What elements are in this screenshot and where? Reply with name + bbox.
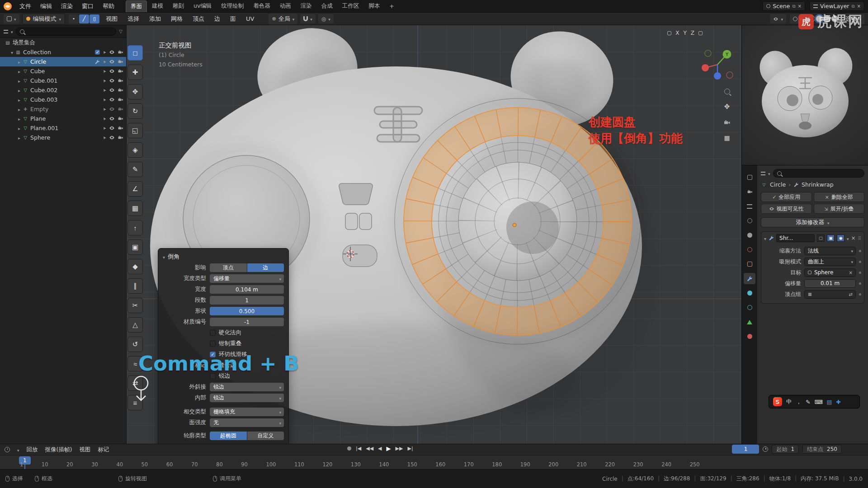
tool-rotate-button[interactable]: ↻ <box>127 103 143 119</box>
selectable-icon[interactable]: ➤ <box>102 59 107 65</box>
outliner-item-plane[interactable]: ▽ Plane ➤ <box>0 114 126 123</box>
tool-measure-button[interactable]: ∠ <box>127 181 143 197</box>
3d-viewport[interactable]: 正交前视图 (1) Circle 10 Centimeters 创建圆盘 使用【… <box>127 25 741 444</box>
bevel-segments-field[interactable]: 1 <box>210 296 284 305</box>
menu-view[interactable]: 视图 <box>79 446 90 454</box>
selectable-icon[interactable]: ➤ <box>102 88 107 93</box>
ime-settings-icon[interactable]: ✚ <box>836 399 840 405</box>
bevel-operator-panel[interactable]: 倒角 影响 顶点 边 宽度类型 偏移量 宽度 0.1 <box>158 248 289 444</box>
workspace-tab-sculpting[interactable]: 雕刻 <box>168 0 189 12</box>
tool-cursor-button[interactable]: ✚ <box>127 65 143 80</box>
harden-normals-checkbox[interactable] <box>210 330 216 336</box>
modifier-extras-dropdown[interactable] <box>847 235 849 242</box>
outliner-item-cube[interactable]: ▽ Cube ➤ <box>0 66 126 76</box>
workspace-tab-scripting[interactable]: 脚本 <box>364 0 384 12</box>
invert-vertex-group-icon[interactable]: ⇄ <box>849 292 853 297</box>
tab-material[interactable] <box>744 331 755 342</box>
outliner-item-cube-002[interactable]: ▽ Cube.002 ➤ <box>0 85 126 95</box>
selectable-icon[interactable]: ➤ <box>102 126 107 131</box>
frame-end-field[interactable]: 结束点 250 <box>802 445 842 454</box>
breadcrumb-modifier[interactable]: Shrinkwrap <box>802 181 834 188</box>
workspace-tab-modeling[interactable]: 建模 <box>147 0 168 12</box>
frame-start-field[interactable]: 起始 1 <box>772 445 799 454</box>
modifier-close-button[interactable] <box>851 235 856 241</box>
profile-custom-button[interactable]: 自定义 <box>247 432 284 440</box>
tool-annotate-button[interactable]: ✎ <box>127 162 143 177</box>
selectable-icon[interactable]: ➤ <box>102 78 107 84</box>
ime-keyboard-icon[interactable]: ⌨ <box>814 399 822 405</box>
profile-superellipse-button[interactable]: 超椭圆 <box>210 432 247 440</box>
snap-mode-icon[interactable] <box>698 31 703 35</box>
snap-target-icon[interactable] <box>667 31 671 35</box>
animate-dot[interactable] <box>859 272 861 274</box>
bevel-width-field[interactable]: 0.104 m <box>210 285 284 294</box>
workspace-tab-compositing[interactable]: 合成 <box>317 0 337 12</box>
modifier-collapse-icon[interactable] <box>764 235 766 242</box>
use-preview-range-icon[interactable] <box>763 446 768 452</box>
properties-search-input[interactable] <box>773 169 864 178</box>
selectable-icon[interactable]: ➤ <box>102 135 107 141</box>
tool-spin-button[interactable]: ↺ <box>127 337 143 352</box>
menu-playback[interactable]: 回放 <box>27 446 38 454</box>
outliner-item-cube-003[interactable]: ▽ Cube.003 ➤ <box>0 95 126 104</box>
target-object-picker[interactable]: Sphere <box>804 268 856 277</box>
previous-keyframe-button[interactable]: ◀◀ <box>366 446 373 451</box>
ime-punctuation-icon[interactable]: ， <box>796 398 802 406</box>
add-modifier-dropdown[interactable]: 添加修改器 <box>761 217 864 227</box>
disclosure-triangle-icon[interactable] <box>18 96 20 103</box>
input-method-toolbar[interactable]: S 中 ， ✎ ⌨ ▤ ✚ <box>769 395 860 408</box>
current-frame-field[interactable]: 1 <box>732 445 759 454</box>
tab-view-layer[interactable] <box>744 215 755 226</box>
workspace-tab-workspace[interactable]: 工作区 <box>338 0 364 12</box>
face-select-button[interactable]: ▯ <box>90 14 99 23</box>
animate-dot[interactable] <box>859 282 861 285</box>
miter-inner-dropdown[interactable]: 锐边 <box>210 394 284 402</box>
pan-hand-icon[interactable]: ✥ <box>724 103 730 111</box>
editor-type-icon[interactable] <box>761 172 765 175</box>
menu-mesh[interactable]: 网格 <box>167 14 186 24</box>
scene-collection-row[interactable]: ▤ 场景集合 <box>0 38 126 47</box>
selectable-icon[interactable]: ➤ <box>102 116 107 122</box>
workspace-tab-uv-editing[interactable]: uv编辑 <box>189 0 216 12</box>
menu-render[interactable]: 渲染 <box>57 1 77 12</box>
clear-target-icon[interactable] <box>849 270 853 275</box>
disclosure-triangle-icon[interactable] <box>18 134 20 141</box>
snap-mode-dropdown[interactable]: 曲面上 <box>804 258 856 266</box>
tool-select-box-button[interactable]: □ <box>127 45 143 61</box>
bevel-shape-slider[interactable]: 0.500 <box>210 307 284 315</box>
menu-add[interactable]: 添加 <box>146 14 165 24</box>
modifier-render-toggle[interactable]: ◉ <box>837 235 844 242</box>
next-keyframe-button[interactable]: ▶▶ <box>396 446 403 451</box>
selectable-icon[interactable]: ➤ <box>102 97 107 103</box>
modifier-realtime-toggle[interactable]: ▣ <box>827 235 835 242</box>
workspace-tab-animation[interactable]: 动画 <box>275 0 296 12</box>
mark-sharp-checkbox[interactable] <box>210 373 216 379</box>
disclosure-triangle-icon[interactable] <box>18 106 20 113</box>
tool-poly-build-button[interactable]: △ <box>127 317 143 333</box>
menu-keying[interactable]: 抠像(插帧) <box>45 446 72 454</box>
outliner-item-circle[interactable]: ▽ Circle ➤ <box>0 57 126 66</box>
collection-checkbox[interactable] <box>95 50 100 55</box>
ime-board-icon[interactable]: ▤ <box>827 399 832 405</box>
menu-window[interactable]: 窗口 <box>78 1 98 12</box>
modifier-editmode-toggle[interactable]: ▢ <box>817 235 825 242</box>
outliner-display-mode-icon[interactable] <box>4 30 8 33</box>
menu-face[interactable]: 面 <box>226 14 240 24</box>
disclosure-triangle-icon[interactable] <box>18 77 20 84</box>
unlink-scene-icon[interactable] <box>798 4 802 9</box>
filter-icon[interactable]: ▽ <box>119 29 123 34</box>
wrap-method-dropdown[interactable]: 法线 <box>804 247 856 255</box>
tool-loop-cut-button[interactable]: ∥ <box>127 278 143 294</box>
tab-output[interactable] <box>744 201 755 212</box>
tab-particles[interactable] <box>744 287 755 299</box>
animate-dot[interactable] <box>859 261 861 263</box>
timeline-ruler[interactable]: 1 110 2030 4050 6070 8090 100110 120130 … <box>0 455 868 469</box>
selectable-icon[interactable]: ➤ <box>102 50 107 55</box>
miter-outer-dropdown[interactable]: 锐边 <box>210 383 284 391</box>
scene-selector[interactable]: Scene ⧉ <box>763 1 805 11</box>
editor-type-button[interactable] <box>4 14 19 23</box>
bevel-affect-edges-button[interactable]: 边 <box>247 263 284 272</box>
breadcrumb-object[interactable]: Circle <box>770 181 786 188</box>
menu-uv[interactable]: UV <box>242 14 258 23</box>
menu-file[interactable]: 文件 <box>15 1 35 12</box>
